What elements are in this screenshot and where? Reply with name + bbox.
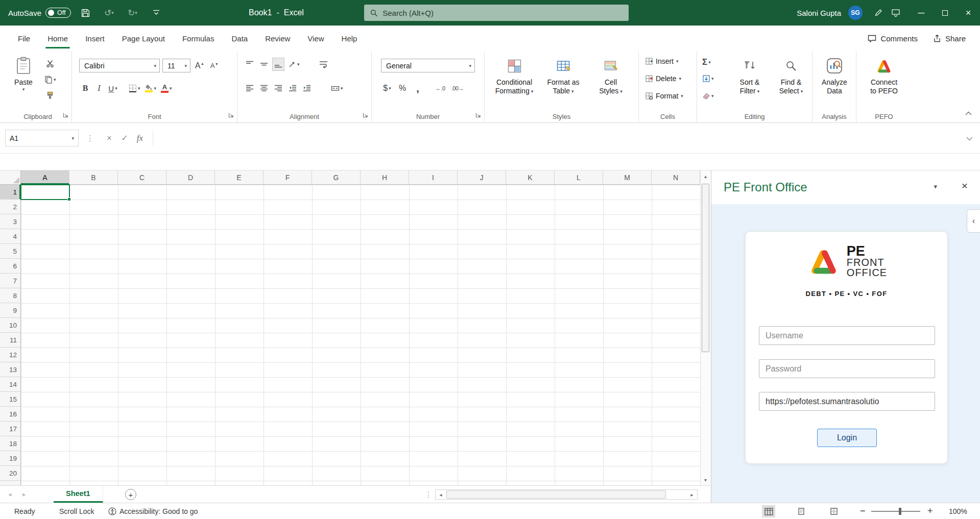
insert-function-button[interactable]: fx xyxy=(132,133,148,143)
align-right-button[interactable] xyxy=(272,82,284,95)
column-header-F[interactable]: F xyxy=(264,170,312,184)
clear-button[interactable]: ▾ xyxy=(702,92,714,100)
center-button[interactable] xyxy=(258,82,270,95)
collapse-ribbon-button[interactable] xyxy=(965,108,972,117)
decrease-indent-button[interactable] xyxy=(286,82,299,95)
name-box[interactable]: A1 ▾ xyxy=(5,130,79,146)
cut-button[interactable] xyxy=(43,57,58,70)
column-header-A[interactable]: A xyxy=(21,170,69,184)
sort-filter-button[interactable]: Sort & Filter▾ xyxy=(731,51,769,95)
task-pane-close-button[interactable]: × xyxy=(962,180,968,192)
horizontal-scrollbar[interactable]: ◂ ▸ xyxy=(435,489,698,500)
column-header-N[interactable]: N xyxy=(652,170,700,184)
row-header-21[interactable]: 21 xyxy=(0,481,20,485)
bottom-align-button[interactable] xyxy=(272,58,284,71)
number-dialog-launcher[interactable] xyxy=(475,112,482,118)
tab-splitter-handle[interactable]: ⋮ xyxy=(425,486,432,503)
password-input[interactable] xyxy=(759,359,935,378)
comma-style-button[interactable]: , xyxy=(412,82,424,95)
collapse-pane-button[interactable]: ‹ xyxy=(967,209,980,233)
font-dialog-launcher[interactable] xyxy=(228,112,234,118)
column-header-M[interactable]: M xyxy=(603,170,652,184)
clipboard-dialog-launcher[interactable] xyxy=(62,112,69,118)
task-pane-menu-button[interactable]: ▾ xyxy=(934,183,937,190)
middle-align-button[interactable] xyxy=(258,58,270,71)
font-name-select[interactable]: Calibri ▾ xyxy=(79,59,160,72)
tab-review[interactable]: Review xyxy=(256,26,299,51)
page-break-view-button[interactable] xyxy=(827,505,841,517)
column-header-C[interactable]: C xyxy=(118,170,166,184)
row-header-14[interactable]: 14 xyxy=(0,377,20,392)
column-header-L[interactable]: L xyxy=(555,170,603,184)
formula-input[interactable] xyxy=(158,130,959,147)
sheet-tab-sheet1[interactable]: Sheet1 xyxy=(54,486,103,503)
tab-insert[interactable]: Insert xyxy=(77,26,113,51)
horizontal-scrollbar-thumb[interactable] xyxy=(446,490,666,499)
column-header-D[interactable]: D xyxy=(166,170,215,184)
minimize-button[interactable]: ─ xyxy=(910,0,933,26)
underline-button[interactable]: U▾ xyxy=(107,82,119,95)
find-select-button[interactable]: Find & Select▾ xyxy=(772,51,810,95)
tab-view[interactable]: View xyxy=(299,26,332,51)
shrink-font-button[interactable]: A▾ xyxy=(208,59,220,72)
row-header-4[interactable]: 4 xyxy=(0,229,20,244)
accounting-format-button[interactable]: $▾ xyxy=(381,82,393,95)
comments-button[interactable]: Comments xyxy=(868,34,918,43)
vertical-scrollbar[interactable]: ▴ ▾ xyxy=(700,170,710,485)
autosum-button[interactable]: Σ ▾ xyxy=(702,57,711,67)
search-input[interactable] xyxy=(383,9,623,17)
column-header-G[interactable]: G xyxy=(312,170,361,184)
tab-page-layout[interactable]: Page Layout xyxy=(113,26,174,51)
column-header-J[interactable]: J xyxy=(458,170,506,184)
sheet-cells[interactable] xyxy=(21,185,700,485)
user-name[interactable]: Saloni Gupta xyxy=(797,9,841,17)
top-align-button[interactable] xyxy=(244,58,256,71)
row-header-12[interactable]: 12 xyxy=(0,348,20,362)
orientation-button[interactable]: ▾ xyxy=(286,58,301,71)
tab-file[interactable]: File xyxy=(9,26,39,51)
row-header-8[interactable]: 8 xyxy=(0,288,20,303)
scroll-left-button[interactable]: ◂ xyxy=(436,490,446,499)
row-header-19[interactable]: 19 xyxy=(0,451,20,466)
prev-sheet-button[interactable]: ◂ xyxy=(8,486,12,503)
zoom-in-button[interactable]: + xyxy=(927,503,933,519)
tab-home[interactable]: Home xyxy=(39,26,77,51)
analyze-data-button[interactable]: Analyze Data xyxy=(815,51,854,95)
user-avatar[interactable]: SG xyxy=(848,6,863,20)
row-header-10[interactable]: 10 xyxy=(0,318,20,333)
column-header-H[interactable]: H xyxy=(361,170,409,184)
scroll-down-button[interactable]: ▾ xyxy=(701,474,710,485)
fill-button[interactable]: ▾ xyxy=(702,75,714,83)
zoom-slider[interactable] xyxy=(871,511,920,512)
scroll-right-button[interactable]: ▸ xyxy=(687,490,697,499)
autosave-control[interactable]: AutoSave Off xyxy=(8,8,71,18)
borders-button[interactable]: ▾ xyxy=(127,82,142,95)
row-header-2[interactable]: 2 xyxy=(0,200,20,214)
align-left-button[interactable] xyxy=(244,82,256,95)
maximize-button[interactable] xyxy=(933,0,957,26)
save-button[interactable] xyxy=(77,4,94,21)
increase-decimal-button[interactable]: ←.0 xyxy=(434,82,447,95)
row-header-13[interactable]: 13 xyxy=(0,362,20,377)
insert-button[interactable]: Insert ▾ xyxy=(645,57,679,65)
column-header-E[interactable]: E xyxy=(215,170,264,184)
tab-data[interactable]: Data xyxy=(223,26,256,51)
customize-quick-access-button[interactable] xyxy=(148,4,165,21)
ribbon-display-options-button[interactable] xyxy=(887,4,904,21)
active-cell[interactable] xyxy=(20,184,70,200)
enter-button[interactable]: ✓ xyxy=(117,133,132,143)
zoom-out-button[interactable]: − xyxy=(860,503,866,519)
fill-handle[interactable] xyxy=(67,197,71,201)
tab-help[interactable]: Help xyxy=(333,26,366,51)
expand-formula-bar-button[interactable] xyxy=(966,134,973,143)
copy-button[interactable]: ▾ xyxy=(43,73,58,86)
row-header-16[interactable]: 16 xyxy=(0,407,20,422)
search-bar[interactable] xyxy=(364,5,629,21)
row-header-20[interactable]: 20 xyxy=(0,466,20,481)
row-header-6[interactable]: 6 xyxy=(0,259,20,274)
format-painter-button[interactable] xyxy=(43,89,58,102)
paste-button[interactable]: Paste ▾ xyxy=(8,51,39,92)
cell-styles-button[interactable]: Cell Styles▾ xyxy=(589,51,633,95)
alignment-dialog-launcher[interactable] xyxy=(362,112,369,118)
inking-button[interactable] xyxy=(870,4,887,21)
